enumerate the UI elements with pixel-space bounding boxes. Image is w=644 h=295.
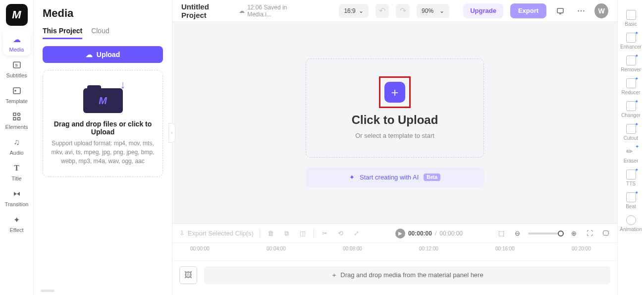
export-button[interactable]: Export [510,3,546,18]
tick: 00:20:00 [572,246,591,251]
template-icon [11,85,22,96]
changer-icon: ✦ [626,101,636,111]
beat-icon: ✦ [626,192,636,202]
nav-effect[interactable]: ✦Effect [3,210,31,236]
canvas-upload-box[interactable]: ＋ Click to Upload Or select a template t… [306,59,484,158]
crop-button[interactable]: ◫ [298,229,308,238]
playback-time: ▶ 00:00:00 / 00:00:00 [395,229,463,238]
rnav-beat[interactable]: ✦Beat [619,189,644,212]
nav-audio[interactable]: ♫Audio [3,133,31,159]
zoom-selector[interactable]: 90%⌄ [417,4,449,18]
highlight-box: ＋ [379,76,411,108]
nav-label: Effect [10,227,24,233]
tab-this-project[interactable]: This Project [43,27,82,39]
chevron-down-icon: ⌄ [439,7,444,14]
rnav-cutout[interactable]: ✦Cutout [619,121,644,144]
split-button[interactable]: ✂ [320,229,330,238]
left-navigation: M ☁Media SSubtitles Template Elements ♫A… [0,0,34,295]
center-area: Untitled Project ☁12:06 Saved in Media.i… [172,0,617,295]
tts-icon: ✦ [626,170,636,179]
tool-button-2[interactable]: ⤢ [352,229,362,238]
nav-label: Title [11,176,21,181]
ai-create-button[interactable]: ✦ Start creating with AI Beta [306,168,484,187]
svg-text:S: S [15,63,18,67]
upgrade-button[interactable]: Upgrade [463,3,503,18]
add-media-button[interactable]: ＋ [384,82,405,103]
beta-badge: Beta [424,174,440,181]
play-button[interactable]: ▶ [395,229,405,238]
display-button[interactable]: 🖵 [600,229,610,238]
time-current: 00:00:00 [408,230,432,237]
export-clips-button[interactable]: ⇩Export Selected Clip(s) [179,230,254,237]
more-menu[interactable]: ⋯ [574,4,588,18]
rnav-animation[interactable]: Animation [619,212,644,235]
upload-button[interactable]: ☁ Upload [43,46,163,63]
cloud-icon: ☁ [239,7,245,14]
rnav-remover[interactable]: ✦Remover [619,53,644,75]
ai-text: Start creating with AI [360,174,419,181]
saved-status: ☁12:06 Saved in Media.i... [239,4,307,18]
track-drop-area[interactable]: ＋Drag and drop media from the material p… [204,266,610,284]
subtitle-icon: S [11,59,22,70]
track-thumbnail[interactable]: 🖼 [179,266,197,284]
nav-label: Media [9,47,24,53]
download-icon: ⇩ [179,230,185,237]
remover-icon: ✦ [626,56,636,65]
cutout-icon: ✦ [626,124,636,134]
svg-rect-4 [13,113,16,116]
aspect-ratio-selector[interactable]: 16:9⌄ [339,4,368,18]
rnav-basic[interactable]: Basic [619,7,644,30]
scroll-handle[interactable] [41,290,54,292]
eraser-icon: ✏✦ [626,147,636,157]
rnav-eraser[interactable]: ✏✦Eraser [619,144,644,167]
nav-elements[interactable]: Elements [3,107,31,133]
title-icon: T [11,163,22,174]
svg-rect-2 [13,88,20,94]
nav-subtitles[interactable]: SSubtitles [3,56,31,81]
nav-label: Elements [5,124,28,130]
svg-rect-7 [17,118,20,120]
nav-label: Transition [5,201,29,207]
nav-transition[interactable]: Transition [3,184,31,210]
tab-cloud[interactable]: Cloud [91,27,109,39]
nav-title[interactable]: TTitle [3,159,31,184]
upload-subtitle: Or select a template to start [355,132,434,139]
tick: 00:00:00 [190,246,210,251]
redo-button[interactable]: ↷ [396,4,410,18]
nav-label: Template [5,98,28,104]
screen-icon[interactable] [553,4,567,18]
svg-point-3 [15,90,16,91]
timeline-ruler[interactable]: 00:00:00 00:04:00 00:08:00 00:12:00 00:1… [172,242,617,260]
rnav-reducer[interactable]: ✦Reducer [619,75,644,98]
marker-button[interactable]: ⬚ [496,229,506,238]
animation-icon [626,215,636,225]
avatar[interactable]: W [594,3,608,18]
zoom-in-button[interactable]: ⊕ [569,229,579,238]
ai-icon: ✦ [349,174,355,181]
undo-button[interactable]: ↶ [376,4,389,18]
project-name[interactable]: Untitled Project [181,2,232,19]
svg-rect-6 [13,118,16,120]
preview-canvas: ‹ ＋ Click to Upload Or select a template… [172,22,617,224]
drop-title: Drag and drop files or click to Upload [50,120,156,136]
dropzone[interactable]: M↓ Drag and drop files or click to Uploa… [43,70,163,177]
delete-button[interactable]: 🗑 [266,229,276,238]
zoom-slider[interactable] [528,233,563,235]
time-total: 00:00:00 [439,230,463,237]
folder-icon: M↓ [83,83,123,113]
fit-button[interactable]: ⛶ [585,229,594,238]
tool-button[interactable]: ⟲ [336,229,346,238]
rnav-enhancer[interactable]: ✦Enhancer [619,30,644,53]
copy-button[interactable]: ⧉ [282,229,292,238]
media-tabs: This Project Cloud [43,27,163,39]
media-panel: Media This Project Cloud ☁ Upload M↓ Dra… [34,0,172,295]
drop-desc: Support upload format: mp4, mov, mts, mk… [50,139,156,166]
zoom-out-button[interactable]: ⊖ [512,229,522,238]
audio-icon: ♫ [11,137,22,148]
nav-media[interactable]: ☁Media [3,30,31,56]
nav-template[interactable]: Template [3,81,31,107]
app-logo[interactable]: M [6,4,28,26]
rnav-changer[interactable]: ✦Changer [619,98,644,121]
collapse-panel-button[interactable]: ‹ [168,123,175,143]
rnav-tts[interactable]: ✦TTS [619,167,644,189]
